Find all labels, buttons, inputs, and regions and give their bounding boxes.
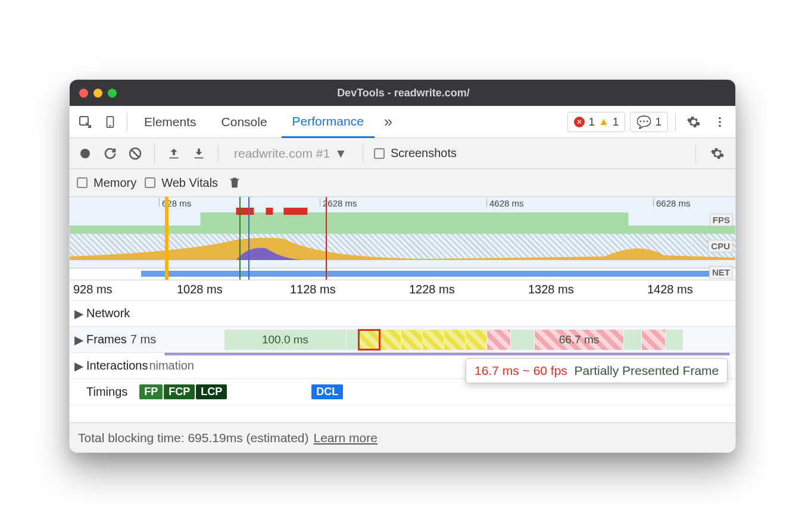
expand-icon[interactable]: ▶: [73, 306, 84, 321]
frame-block[interactable]: [466, 330, 487, 350]
expand-icon[interactable]: ▶: [73, 359, 84, 373]
frame-block[interactable]: 66.7 ms: [535, 330, 624, 350]
net-label: NET: [709, 266, 733, 278]
frame-block[interactable]: [347, 330, 358, 350]
frame-block[interactable]: [380, 330, 401, 350]
frame-block-selected[interactable]: 16.7 ms ~ 60 fps Partially Presented Fra…: [358, 330, 380, 350]
marker-line: [326, 197, 327, 280]
upload-icon[interactable]: [166, 145, 182, 162]
error-icon: ✕: [574, 117, 585, 127]
ruler-tick: 1428 ms: [647, 283, 693, 296]
expand-icon[interactable]: ▶: [73, 333, 84, 347]
frame-block[interactable]: [642, 330, 666, 350]
timing-lcp[interactable]: LCP: [196, 384, 227, 399]
detail-ruler[interactable]: 928 ms 1028 ms 1128 ms 1228 ms 1328 ms 1…: [70, 280, 735, 300]
reload-record-button[interactable]: [102, 145, 118, 162]
frame-block[interactable]: [444, 330, 466, 350]
timing-fcp[interactable]: FCP: [164, 384, 195, 399]
svg-rect-18: [432, 305, 441, 321]
frames-lane: 100.0 ms 16.7 ms ~ 60 fps Partially Pres…: [224, 330, 729, 350]
overview-selection-handle[interactable]: [165, 197, 169, 280]
frame-block[interactable]: [487, 330, 511, 350]
overview-strip[interactable]: 628 ms 2628 ms 4628 ms 6628 ms FPS CPU: [70, 196, 735, 280]
tab-console[interactable]: Console: [211, 106, 278, 138]
ruler-tick: 1128 ms: [290, 283, 336, 296]
svg-line-7: [132, 150, 139, 157]
trash-icon[interactable]: [226, 174, 243, 191]
ruler-tick: 1328 ms: [528, 283, 574, 296]
frame-tooltip: 16.7 ms ~ 60 fps Partially Presented Fra…: [466, 358, 728, 383]
webvitals-label: Web Vitals: [161, 176, 218, 190]
warning-count: 1: [613, 115, 619, 129]
overview-tick: 6628 ms: [656, 198, 691, 208]
zoom-icon[interactable]: [108, 89, 117, 98]
net-lane: [70, 268, 735, 280]
svg-rect-19: [522, 305, 538, 321]
learn-more-link[interactable]: Learn more: [314, 431, 377, 445]
tooltip-timing: 16.7 ms ~ 60 fps: [475, 364, 567, 377]
frame-block[interactable]: [511, 330, 535, 350]
svg-rect-20: [575, 304, 610, 322]
message-count: 1: [655, 115, 662, 129]
svg-rect-21: [664, 304, 694, 322]
marker-line: [239, 197, 241, 280]
webvitals-checkbox[interactable]: Web Vitals: [145, 176, 218, 190]
record-button[interactable]: [77, 145, 93, 162]
minimize-icon[interactable]: [93, 89, 102, 98]
track-label: Frames: [86, 333, 127, 346]
track-frames[interactable]: ▶ Frames 7 ms 100.0 ms 16.7 ms ~ 60 fps …: [70, 326, 735, 352]
screenshots-label: Screenshots: [391, 146, 457, 160]
target-dropdown[interactable]: readwrite.com #1 ▼: [229, 146, 352, 161]
ruler-tick: 1028 ms: [177, 283, 223, 296]
ruler-tick: 1228 ms: [409, 283, 455, 296]
frame-block[interactable]: [666, 330, 684, 350]
svg-rect-9: [201, 212, 629, 234]
frame-block[interactable]: [423, 330, 444, 350]
perf-toolbar-2: Memory Web Vitals: [70, 169, 735, 196]
kebab-menu-icon[interactable]: [709, 111, 731, 133]
target-label: readwrite.com #1: [234, 146, 330, 161]
chevron-down-icon: ▼: [335, 146, 347, 161]
frame-block[interactable]: [401, 330, 423, 350]
marker-line: [248, 197, 249, 280]
capture-settings-icon[interactable]: [707, 143, 728, 164]
main-tabbar: Elements Console Performance » ✕ 1 ▲ 1 💬…: [70, 106, 735, 138]
track-label: Interactions: [86, 359, 148, 373]
device-toggle-icon[interactable]: [99, 111, 121, 133]
memory-checkbox[interactable]: Memory: [77, 176, 136, 190]
fps-lane: [70, 208, 735, 234]
traffic-lights: [79, 89, 117, 98]
clear-button[interactable]: [127, 145, 143, 162]
titlebar: DevTools - readwrite.com/: [70, 80, 735, 106]
ruler-tick: 928 ms: [73, 283, 113, 296]
frame-block[interactable]: 100.0 ms: [224, 330, 347, 350]
track-label: Network: [86, 306, 130, 320]
devtools-window: DevTools - readwrite.com/ Elements Conso…: [69, 79, 736, 453]
svg-rect-15: [224, 306, 236, 320]
inspect-icon[interactable]: [74, 111, 96, 133]
memory-label: Memory: [93, 176, 136, 190]
timing-dcl[interactable]: DCL: [311, 384, 343, 399]
close-icon[interactable]: [79, 89, 88, 98]
download-icon[interactable]: [191, 145, 207, 162]
messages-pill[interactable]: 💬 1: [630, 112, 668, 132]
blocking-time-text: Total blocking time: 695.19ms (estimated…: [78, 431, 309, 445]
track-network[interactable]: ▶ Network: [70, 300, 735, 326]
cpu-label: CPU: [708, 240, 733, 252]
warning-icon: ▲: [598, 115, 609, 128]
svg-rect-14: [159, 306, 171, 320]
settings-icon[interactable]: [683, 111, 704, 133]
svg-rect-16: [307, 306, 318, 320]
svg-point-4: [719, 121, 721, 123]
svg-rect-17: [379, 305, 393, 321]
frame-inline-label: 7 ms: [130, 333, 156, 346]
tab-elements[interactable]: Elements: [133, 106, 207, 138]
screenshots-checkbox[interactable]: Screenshots: [374, 146, 457, 160]
tab-performance[interactable]: Performance: [282, 106, 375, 138]
timing-fp[interactable]: FP: [139, 384, 163, 399]
frame-block[interactable]: [624, 330, 642, 350]
issues-pill[interactable]: ✕ 1 ▲ 1: [567, 112, 625, 132]
cpu-lane: [70, 234, 735, 260]
more-tabs-icon[interactable]: »: [378, 112, 398, 131]
overview-tick: 2628 ms: [323, 198, 357, 208]
